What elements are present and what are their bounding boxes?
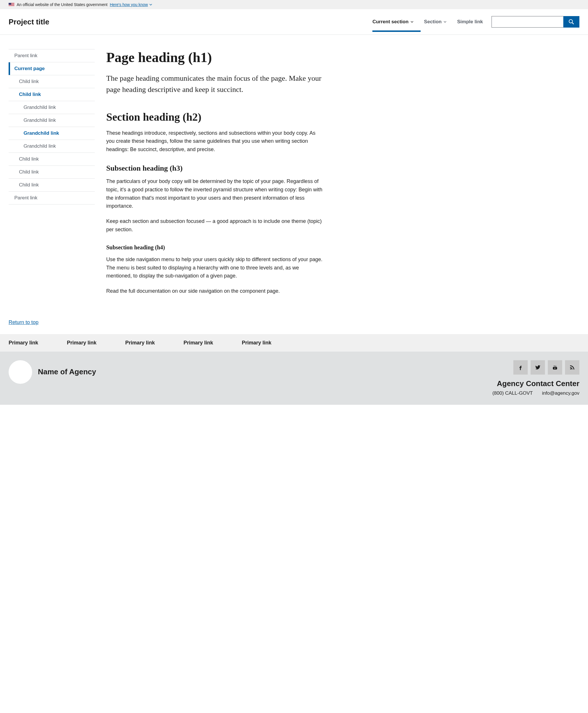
- search-form: [491, 16, 580, 27]
- nav-section[interactable]: Section: [424, 19, 447, 32]
- chevron-down-icon: [410, 20, 414, 24]
- svg-rect-4: [8, 5, 14, 5]
- chevron-down-icon: [149, 3, 152, 6]
- sidenav-link[interactable]: Grandchild link: [8, 114, 95, 127]
- sidenav-item[interactable]: Parent link: [8, 49, 95, 62]
- sidenav-link[interactable]: Child link: [8, 166, 95, 178]
- sidenav-item[interactable]: Child link: [8, 152, 95, 165]
- footer-primary-link[interactable]: Primary link: [125, 340, 155, 346]
- intro-paragraph: The page heading communicates the main f…: [106, 73, 324, 95]
- sidenav-item[interactable]: Child link: [8, 178, 95, 191]
- facebook-icon: [517, 364, 524, 371]
- page-heading-h1: Page heading (h1): [106, 49, 324, 66]
- subsection-heading-h4: Subsection heading (h4): [106, 244, 324, 251]
- nav-item-label: Current section: [372, 19, 408, 25]
- sidenav-link[interactable]: Child link: [8, 88, 95, 101]
- social-twitter[interactable]: [530, 360, 545, 374]
- svg-point-8: [569, 20, 572, 23]
- social-rss[interactable]: [565, 360, 580, 374]
- svg-text:You: You: [553, 365, 556, 367]
- us-flag-icon: [8, 3, 14, 6]
- contact-email[interactable]: info@agency.gov: [542, 390, 580, 396]
- side-navigation: Parent link Current page Child link Chil…: [8, 49, 95, 302]
- body-paragraph: Use the side navigation menu to help you…: [106, 256, 324, 280]
- sidenav-link[interactable]: Grandchild link: [8, 140, 95, 152]
- svg-rect-7: [8, 3, 11, 5]
- sidenav-link[interactable]: Grandchild link: [8, 127, 95, 140]
- svg-line-9: [572, 23, 574, 24]
- sidenav-link[interactable]: Parent link: [8, 49, 95, 62]
- banner-know-link[interactable]: Here's how you know: [110, 2, 152, 7]
- sidenav-link[interactable]: Child link: [8, 75, 95, 88]
- twitter-icon: [534, 364, 541, 371]
- sidenav-item-active[interactable]: Child link: [8, 88, 95, 101]
- sidenav-link[interactable]: Child link: [8, 153, 95, 165]
- banner-text: An official website of the United States…: [17, 2, 107, 7]
- sidenav-item[interactable]: Grandchild link: [8, 101, 95, 114]
- rss-icon: [569, 364, 575, 371]
- footer-right: You Agency Contact Center (800) CALL-GOV…: [492, 360, 580, 396]
- footer-primary-link[interactable]: Primary link: [67, 340, 97, 346]
- nav-item-label: Section: [424, 19, 442, 25]
- search-icon: [568, 19, 574, 25]
- search-input[interactable]: [491, 16, 563, 27]
- youtube-icon: You: [552, 364, 558, 371]
- svg-point-12: [570, 369, 571, 370]
- svg-rect-6: [8, 6, 14, 6]
- contact-heading: Agency Contact Center: [492, 379, 580, 388]
- sidenav-item[interactable]: Parent link: [8, 191, 95, 205]
- sidenav-item[interactable]: Child link: [8, 75, 95, 88]
- main-container: Parent link Current page Child link Chil…: [0, 35, 373, 320]
- body-paragraph: These headings introduce, respectively, …: [106, 129, 324, 154]
- social-youtube[interactable]: You: [548, 360, 562, 374]
- sidenav-item-current[interactable]: Current page: [8, 62, 95, 75]
- sidenav-item[interactable]: Grandchild link: [8, 140, 95, 152]
- footer-secondary: Name of Agency You Agency Contact Center…: [0, 352, 588, 405]
- footer-primary-nav: Primary link Primary link Primary link P…: [0, 334, 588, 352]
- subsection-heading-h3: Subsection heading (h3): [106, 164, 324, 172]
- footer-primary-link[interactable]: Primary link: [184, 340, 213, 346]
- sidenav-item[interactable]: Grandchild link: [8, 114, 95, 127]
- nav-simple-link[interactable]: Simple link: [457, 19, 483, 32]
- body-paragraph: The particulars of your body copy will b…: [106, 177, 324, 210]
- main-content: Page heading (h1) The page heading commu…: [106, 49, 324, 302]
- sidenav-link[interactable]: Child link: [8, 179, 95, 191]
- nav-item-label: Simple link: [457, 19, 483, 25]
- primary-nav: Current section Section Simple link: [372, 19, 483, 32]
- agency-block: Name of Agency: [8, 360, 96, 384]
- header-right: Current section Section Simple link: [372, 16, 580, 35]
- return-to-top: Return to top: [0, 320, 588, 334]
- body-paragraph: Keep each section and subsection focused…: [106, 217, 324, 234]
- social-links: You: [492, 360, 580, 374]
- social-facebook[interactable]: [513, 360, 528, 374]
- sidenav-item-active[interactable]: Grandchild link: [8, 127, 95, 140]
- sidenav-link[interactable]: Parent link: [8, 191, 95, 204]
- sidenav-item[interactable]: Child link: [8, 165, 95, 178]
- footer-primary-link[interactable]: Primary link: [242, 340, 271, 346]
- banner-know-label: Here's how you know: [110, 2, 148, 7]
- body-paragraph: Read the full documentation on our side …: [106, 287, 324, 295]
- contact-items: (800) CALL-GOVT info@agency.gov: [492, 390, 580, 396]
- project-title[interactable]: Project title: [8, 18, 49, 33]
- gov-banner: An official website of the United States…: [0, 0, 588, 9]
- agency-logo: [8, 360, 32, 384]
- sidenav-link[interactable]: Grandchild link: [8, 101, 95, 114]
- nav-current-section[interactable]: Current section: [372, 19, 414, 32]
- return-to-top-link[interactable]: Return to top: [8, 320, 39, 325]
- contact-phone[interactable]: (800) CALL-GOVT: [492, 390, 533, 396]
- sidenav-link[interactable]: Current page: [8, 62, 95, 75]
- search-button[interactable]: [563, 16, 580, 27]
- agency-name: Name of Agency: [38, 367, 96, 376]
- svg-rect-5: [8, 5, 14, 6]
- section-heading-h2: Section heading (h2): [106, 110, 324, 123]
- footer-primary-link[interactable]: Primary link: [8, 340, 38, 346]
- site-header: Project title Current section Section Si…: [0, 9, 588, 35]
- chevron-down-icon: [443, 20, 447, 24]
